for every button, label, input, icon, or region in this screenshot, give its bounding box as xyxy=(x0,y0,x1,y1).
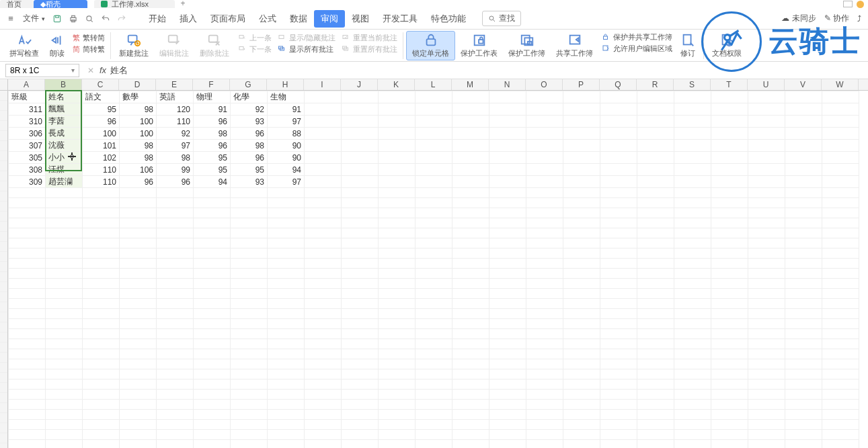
cell[interactable] xyxy=(748,349,785,359)
cell[interactable] xyxy=(748,164,785,176)
cell[interactable] xyxy=(231,238,268,249)
cell[interactable] xyxy=(489,238,526,249)
cell[interactable] xyxy=(563,440,600,449)
cell[interactable] xyxy=(822,379,859,390)
cell[interactable] xyxy=(342,249,379,259)
cell[interactable] xyxy=(342,116,379,128)
cell[interactable] xyxy=(785,400,822,410)
file-menu[interactable]: 文件 ▾ xyxy=(20,11,48,26)
cell[interactable] xyxy=(120,369,157,379)
cell[interactable] xyxy=(342,152,379,164)
cell[interactable] xyxy=(416,238,452,249)
cell[interactable] xyxy=(194,299,231,309)
cell[interactable]: 94 xyxy=(268,164,305,176)
cell[interactable]: 98 xyxy=(120,140,157,152)
select-all-corner[interactable] xyxy=(0,79,8,90)
cell[interactable] xyxy=(563,238,600,249)
cell[interactable] xyxy=(46,319,83,329)
cell[interactable] xyxy=(526,339,563,349)
cell[interactable] xyxy=(748,379,785,390)
col-head-S[interactable]: S xyxy=(674,79,711,90)
cell[interactable]: 102 xyxy=(83,152,120,164)
cell[interactable] xyxy=(563,349,600,359)
cell[interactable] xyxy=(157,309,194,319)
cell[interactable] xyxy=(379,299,416,309)
cell[interactable] xyxy=(231,309,268,319)
cell[interactable] xyxy=(268,228,305,238)
cell[interactable] xyxy=(342,269,379,279)
cell[interactable] xyxy=(46,440,83,449)
cell[interactable] xyxy=(637,218,674,228)
cell[interactable] xyxy=(489,349,526,359)
cell[interactable]: 100 xyxy=(120,128,157,140)
cell[interactable] xyxy=(305,379,342,390)
cell[interactable] xyxy=(748,410,785,420)
cell[interactable] xyxy=(157,369,194,379)
cell[interactable] xyxy=(637,430,674,440)
cell[interactable] xyxy=(379,259,416,269)
cell[interactable] xyxy=(452,164,489,176)
cell[interactable] xyxy=(674,369,711,379)
cell[interactable] xyxy=(379,176,416,188)
cell[interactable] xyxy=(526,103,563,116)
cell[interactable] xyxy=(379,188,416,198)
cell[interactable] xyxy=(822,249,859,259)
cell[interactable] xyxy=(379,116,416,128)
cell[interactable] xyxy=(268,430,305,440)
cell[interactable]: 92 xyxy=(157,128,194,140)
cell[interactable] xyxy=(600,400,637,410)
cell[interactable] xyxy=(157,259,194,269)
cell[interactable] xyxy=(600,198,637,208)
cell[interactable] xyxy=(822,329,859,339)
cell[interactable] xyxy=(305,198,342,208)
cell[interactable] xyxy=(563,390,600,400)
cell[interactable] xyxy=(305,152,342,164)
cell[interactable] xyxy=(785,152,822,164)
cell[interactable] xyxy=(526,269,563,279)
cell[interactable] xyxy=(711,420,748,430)
cell[interactable]: 趙芸灡 xyxy=(46,176,83,188)
cell[interactable] xyxy=(46,420,83,430)
cell[interactable] xyxy=(416,359,452,369)
cell[interactable] xyxy=(342,140,379,152)
cell[interactable] xyxy=(379,279,416,289)
cell[interactable] xyxy=(194,269,231,279)
menu-item-4[interactable]: 数据 xyxy=(283,10,314,28)
cell[interactable] xyxy=(526,218,563,228)
cell[interactable] xyxy=(674,103,711,116)
row-head[interactable] xyxy=(0,363,7,373)
cell[interactable] xyxy=(268,309,305,319)
cell[interactable] xyxy=(563,269,600,279)
cell[interactable] xyxy=(120,390,157,400)
cell[interactable] xyxy=(342,289,379,299)
cell[interactable] xyxy=(342,164,379,176)
cell[interactable] xyxy=(305,349,342,359)
cell[interactable] xyxy=(748,319,785,329)
cell[interactable] xyxy=(563,249,600,259)
cell[interactable] xyxy=(563,152,600,164)
cell[interactable] xyxy=(157,299,194,309)
cell[interactable] xyxy=(526,309,563,319)
del-comment-button[interactable]: 删除批注 xyxy=(194,32,235,60)
cell[interactable] xyxy=(305,176,342,188)
cell[interactable] xyxy=(46,339,83,349)
cell[interactable] xyxy=(83,319,120,329)
cell[interactable] xyxy=(452,176,489,188)
cell[interactable] xyxy=(452,140,489,152)
cell[interactable] xyxy=(416,164,452,176)
cell[interactable] xyxy=(526,152,563,164)
cell[interactable] xyxy=(526,228,563,238)
cell[interactable] xyxy=(379,369,416,379)
cell[interactable] xyxy=(379,329,416,339)
cell[interactable] xyxy=(748,188,785,198)
cell[interactable] xyxy=(822,228,859,238)
cell[interactable] xyxy=(785,128,822,140)
cell[interactable] xyxy=(416,269,452,279)
cell[interactable] xyxy=(231,349,268,359)
cell[interactable] xyxy=(416,91,452,103)
cell[interactable] xyxy=(46,299,83,309)
window-button-2[interactable] xyxy=(857,1,864,8)
cell[interactable] xyxy=(157,430,194,440)
cell[interactable] xyxy=(416,430,452,440)
cell[interactable]: 97 xyxy=(268,116,305,128)
